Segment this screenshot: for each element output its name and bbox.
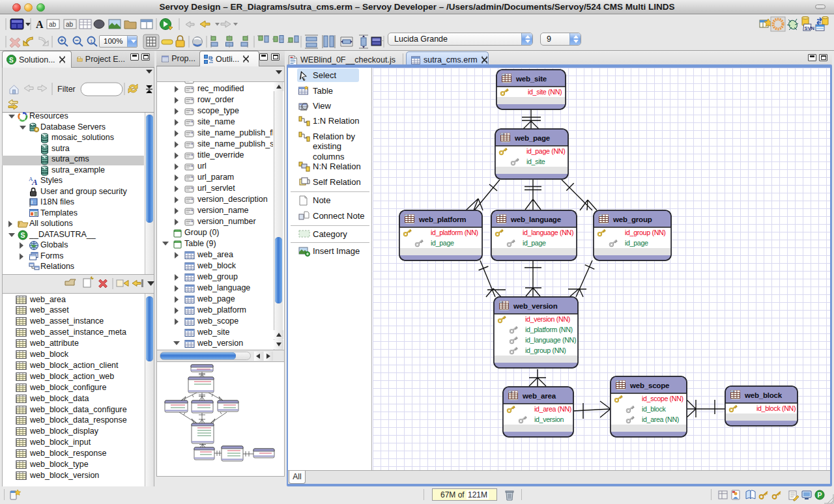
svg-text:1: 1: [90, 38, 93, 44]
svg-text:id_site (NN): id_site (NN): [528, 88, 562, 96]
svg-text:A: A: [36, 19, 44, 30]
svg-text:I: I: [31, 200, 33, 204]
svg-text:id_version (NN): id_version (NN): [525, 315, 570, 323]
svg-text:id_page: id_page: [431, 239, 454, 247]
svg-text:id_page: id_page: [625, 239, 648, 247]
svg-text:A: A: [31, 177, 38, 186]
svg-text:id_language (NN): id_language (NN): [523, 229, 573, 236]
svg-text:id_platform (NN): id_platform (NN): [431, 229, 478, 236]
svg-text:web_scope: web_scope: [629, 382, 669, 389]
svg-text:ab: ab: [49, 21, 57, 28]
svg-text:web_group: web_group: [612, 216, 652, 223]
svg-text:SVN: SVN: [805, 25, 814, 31]
svg-text:id_block (NN): id_block (NN): [756, 404, 796, 412]
svg-text:web_platform: web_platform: [418, 216, 466, 223]
svg-text:web_block: web_block: [744, 391, 783, 399]
svg-text:id_site: id_site: [526, 158, 545, 165]
svg-text:web_site: web_site: [515, 75, 547, 83]
svg-text:id_block: id_block: [642, 405, 666, 413]
svg-text:web_version: web_version: [513, 302, 558, 310]
svg-text:id_language (NN): id_language (NN): [525, 336, 576, 344]
svg-text:ab: ab: [66, 21, 74, 28]
svg-text:id_page (NN): id_page (NN): [526, 147, 565, 155]
svg-text:S: S: [9, 57, 14, 64]
svg-text:id_area (NN): id_area (NN): [534, 405, 571, 413]
svg-text:id_area (NN): id_area (NN): [642, 415, 679, 423]
svg-text:web_area: web_area: [522, 392, 556, 400]
svg-text:id_group (NN): id_group (NN): [525, 346, 566, 354]
svg-text:id_platform (NN): id_platform (NN): [525, 326, 573, 333]
svg-text:Filter: Filter: [57, 85, 76, 94]
svg-text:id_group (NN): id_group (NN): [625, 229, 666, 236]
svg-text:web_page: web_page: [514, 134, 550, 142]
svg-text:P: P: [818, 491, 822, 499]
svg-text:web_language: web_language: [510, 216, 561, 223]
svg-text:id_version: id_version: [534, 415, 564, 423]
svg-text:id_page: id_page: [523, 239, 546, 247]
svg-text:S: S: [21, 231, 25, 239]
svg-text:id_scope (NN): id_scope (NN): [642, 395, 683, 402]
